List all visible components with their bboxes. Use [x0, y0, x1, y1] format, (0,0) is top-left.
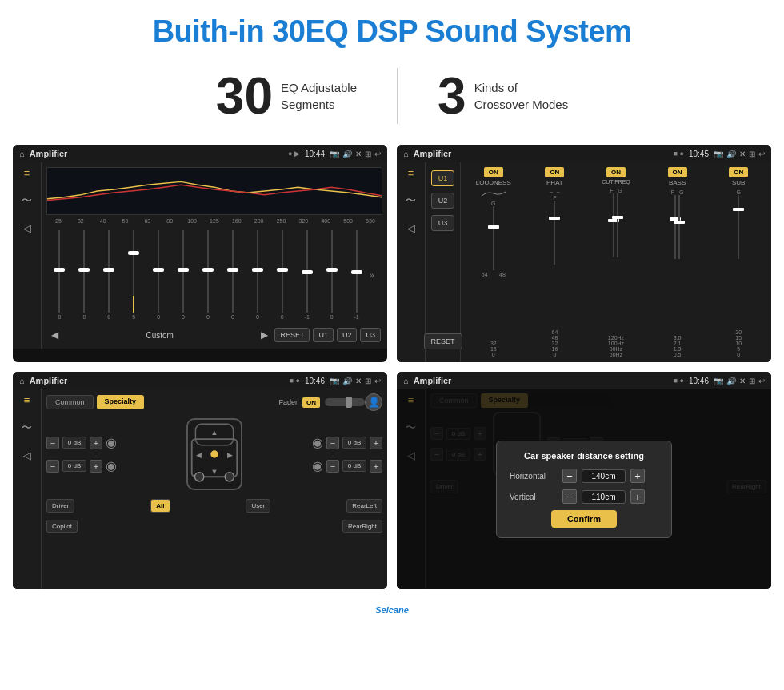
copilot-btn[interactable]: Copilot	[46, 520, 78, 533]
vol1-minus[interactable]: −	[46, 437, 59, 449]
u1-btn[interactable]: U1	[313, 328, 334, 342]
vol3-plus[interactable]: +	[370, 437, 382, 449]
camera-icon: 📷	[330, 150, 339, 158]
speaker-icon-3[interactable]: ◁	[23, 449, 31, 461]
vol3-value: 0 dB	[342, 437, 366, 449]
wave-icon[interactable]: 〜	[22, 193, 32, 208]
vol4-minus[interactable]: −	[326, 460, 339, 473]
common-tab[interactable]: Common	[46, 395, 94, 409]
fader-slider[interactable]	[325, 398, 365, 406]
vertical-label: Vertical	[510, 493, 558, 501]
home-icon-3[interactable]: ⌂	[19, 376, 25, 385]
eq-slider-3[interactable]: 0	[98, 230, 121, 320]
screen-2-sidebar: ≡ 〜 ◁	[397, 162, 426, 362]
vol1-plus[interactable]: +	[90, 437, 102, 449]
eq-slider-6[interactable]: 0	[172, 230, 195, 320]
eq-slider-2[interactable]: 0	[73, 230, 96, 320]
crossover-stat: 3 Kinds of Crossover Modes	[398, 70, 608, 122]
loudness-slider[interactable]: 6448	[464, 206, 523, 339]
eq-slider-4[interactable]: 5	[122, 230, 146, 320]
speaker-icon-2[interactable]: ◁	[407, 222, 415, 234]
speaker-left-rear-icon: ◉	[106, 458, 117, 473]
vertical-row: Vertical − 110cm +	[510, 489, 658, 504]
vol-row-1: − 0 dB + ◉	[46, 435, 117, 450]
eq-sliders: 0 0 0 5 0	[46, 227, 382, 323]
screen-3: ⌂ Amplifier ■ ● 10:46 📷 🔊 ✕ ⊞ ↩ ≡ 〜 ◁	[13, 372, 387, 589]
home-icon[interactable]: ⌂	[19, 149, 25, 158]
phat-slider[interactable]	[526, 201, 585, 328]
bass-on[interactable]: ON	[668, 167, 687, 177]
record-icon: ● ▶	[288, 150, 300, 158]
freq-40: 40	[93, 218, 114, 224]
specialty-tabs: Common Specialty	[46, 395, 144, 409]
eq-slider-5[interactable]: 0	[147, 230, 170, 320]
eq-slider-9[interactable]: 0	[246, 230, 269, 320]
horizontal-plus[interactable]: +	[630, 469, 645, 483]
bass-fg: F G	[671, 189, 684, 195]
freq-320: 320	[293, 218, 314, 224]
eq-icon-2[interactable]: ≡	[408, 167, 414, 179]
specialty-tab[interactable]: Specialty	[97, 395, 145, 409]
eq-slider-7[interactable]: 0	[197, 230, 220, 320]
sub-val4: 5	[737, 346, 740, 352]
all-btn[interactable]: All	[150, 499, 170, 513]
wave-icon-2[interactable]: 〜	[406, 193, 416, 208]
rearright-btn[interactable]: RearRight	[342, 520, 382, 533]
eq-icon-3[interactable]: ≡	[24, 394, 30, 406]
sub-on[interactable]: ON	[729, 167, 748, 177]
cutfreq-slider[interactable]	[586, 193, 646, 333]
eq-icon[interactable]: ≡	[24, 167, 30, 179]
reset-btn[interactable]: RESET	[274, 328, 310, 342]
home-icon-4[interactable]: ⌂	[403, 376, 409, 385]
eq-slider-8[interactable]: 0	[221, 230, 244, 320]
driver-btn[interactable]: Driver	[46, 499, 74, 513]
expand-icon[interactable]: »	[370, 271, 381, 280]
sub-slider[interactable]	[709, 195, 768, 328]
vol4-plus[interactable]: +	[370, 460, 382, 473]
rearleft-btn[interactable]: RearLeft	[346, 499, 382, 513]
eq-slider-12[interactable]: 0	[320, 230, 343, 320]
vol2-plus[interactable]: +	[90, 460, 102, 473]
screen-1-status-icons: 📷 🔊 ✕ ⊞ ↩	[330, 150, 381, 158]
u2-crossover-btn[interactable]: U2	[431, 193, 455, 209]
loudness-label: LOUDNESS	[476, 179, 511, 186]
speaker-icon[interactable]: ◁	[23, 222, 31, 234]
watermark: Seicane	[0, 602, 784, 621]
screen-2-title: Amplifier	[414, 149, 669, 158]
wave-icon-3[interactable]: 〜	[22, 421, 32, 435]
close-icon: ✕	[355, 150, 362, 158]
vertical-minus[interactable]: −	[562, 489, 577, 504]
phat-on[interactable]: ON	[545, 167, 564, 177]
vol2-minus[interactable]: −	[46, 460, 59, 473]
crossover-channels: ON LOUDNESS G 6448 32 16 0	[461, 162, 771, 362]
bass-slider[interactable]	[648, 195, 707, 333]
confirm-btn[interactable]: Confirm	[551, 510, 617, 528]
person-icon[interactable]: 👤	[365, 393, 382, 411]
volume-icon-4: 🔊	[726, 377, 736, 385]
window-icon-3: ⊞	[365, 377, 371, 385]
eq-slider-13[interactable]: -1	[345, 230, 368, 320]
horizontal-minus[interactable]: −	[562, 469, 577, 483]
prev-btn[interactable]: ◀	[48, 329, 62, 341]
u3-btn[interactable]: U3	[360, 328, 381, 342]
distance-dialog: Car speaker distance setting Horizontal …	[496, 441, 672, 538]
window-icon: ⊞	[365, 150, 371, 158]
fader-on-btn[interactable]: ON	[302, 397, 320, 408]
u3-crossover-btn[interactable]: U3	[431, 215, 455, 231]
home-icon-2[interactable]: ⌂	[403, 149, 409, 158]
user-btn[interactable]: User	[246, 499, 270, 513]
eq-slider-11[interactable]: -1	[295, 230, 318, 320]
horizontal-value: 140cm	[582, 469, 626, 483]
cutfreq-on[interactable]: ON	[606, 167, 626, 177]
u1-crossover-btn[interactable]: U1	[431, 170, 455, 186]
loudness-on[interactable]: ON	[484, 167, 503, 177]
sub-val5: 0	[737, 352, 740, 357]
eq-slider-1[interactable]: 0	[48, 230, 71, 320]
eq-slider-10[interactable]: 0	[270, 230, 294, 320]
vertical-plus[interactable]: +	[630, 489, 645, 504]
reset-crossover-btn[interactable]: RESET	[424, 333, 462, 349]
sub-val3: 10	[735, 341, 742, 346]
u2-btn[interactable]: U2	[337, 328, 358, 342]
next-btn[interactable]: ▶	[258, 329, 271, 341]
vol3-minus[interactable]: −	[326, 437, 339, 449]
